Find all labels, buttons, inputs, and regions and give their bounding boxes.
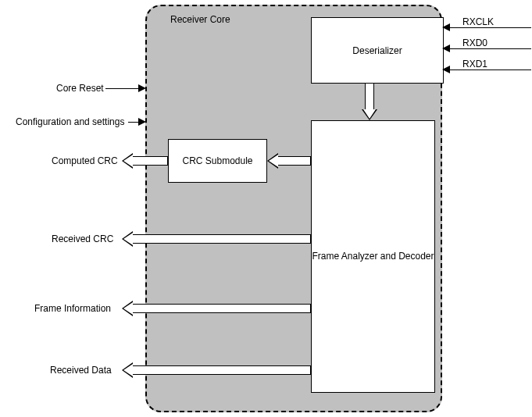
core-reset-label: Core Reset: [56, 83, 104, 94]
crc-submodule-label: CRC Submodule: [182, 155, 252, 166]
rxd1-arrow-line: [448, 70, 531, 70]
rxd0-arrow-line: [448, 48, 531, 49]
computed-crc-arrow: [122, 153, 168, 169]
rxd1-label: RXD1: [462, 59, 487, 70]
received-crc-label: Received CRC: [52, 233, 113, 244]
core-reset-arrow-line: [105, 88, 140, 89]
deserializer-to-decoder-arrow: [362, 83, 377, 120]
rxclk-label: RXCLK: [462, 16, 494, 27]
decoder-to-crc-arrow: [267, 153, 311, 169]
frame-decoder-block: Frame Analyzer and Decoder: [311, 120, 435, 393]
rxd0-arrow-head: [442, 45, 450, 52]
core-reset-arrow-head: [138, 84, 146, 92]
frame-info-label: Frame Information: [34, 303, 111, 314]
frame-decoder-label: Frame Analyzer and Decoder: [312, 250, 434, 263]
receiver-core-title: Receiver Core: [170, 14, 230, 25]
rxd1-arrow-head: [442, 66, 450, 73]
computed-crc-label: Computed CRC: [52, 155, 118, 166]
received-data-arrow: [122, 362, 311, 378]
diagram-canvas: Receiver Core Deserializer CRC Submodule…: [0, 0, 532, 417]
rxclk-arrow-line: [448, 27, 531, 28]
received-crc-arrow: [122, 231, 311, 247]
crc-submodule-block: CRC Submodule: [168, 139, 267, 183]
frame-info-arrow: [122, 301, 311, 316]
rxd0-label: RXD0: [462, 37, 487, 48]
config-label: Configuration and settings: [16, 116, 124, 127]
rxclk-arrow-head: [442, 23, 450, 31]
received-data-label: Received Data: [50, 365, 112, 376]
config-arrow-head: [138, 118, 146, 126]
deserializer-block: Deserializer: [311, 17, 444, 84]
deserializer-label: Deserializer: [352, 45, 402, 56]
